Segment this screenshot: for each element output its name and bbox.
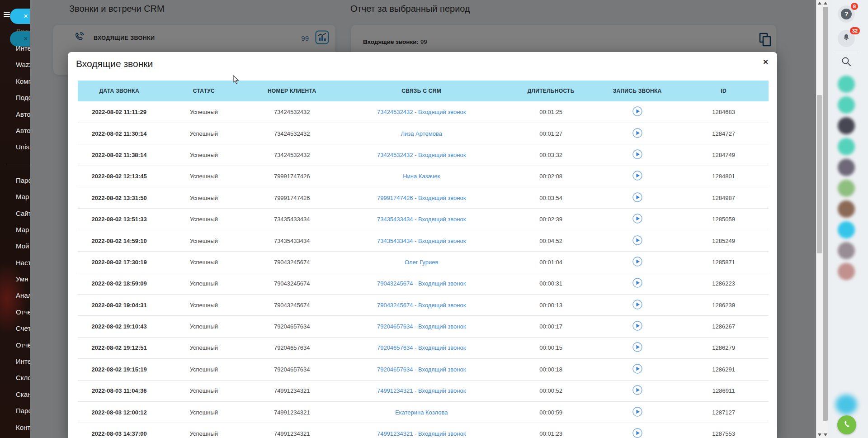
sidebar-menu-item[interactable]: Мар (16, 222, 30, 238)
call-button[interactable] (837, 415, 856, 434)
play-record-button[interactable] (632, 214, 642, 224)
table-row: 2022-08-02 13:51:33 Успешный 73435433434… (78, 209, 769, 230)
call-duration: 00:01:27 (506, 123, 596, 144)
sidebar-menu-item[interactable]: Комп (16, 73, 30, 90)
play-record-button[interactable] (632, 278, 642, 288)
search-icon[interactable] (841, 56, 852, 67)
play-record-button[interactable] (632, 407, 642, 417)
table-header-row: ДАТА ЗВОНКАСТАТУСНОМЕР КЛИЕНТАСВЯЗЬ С CR… (78, 81, 769, 101)
sidebar-menu-item[interactable]: Скле (16, 370, 30, 386)
play-record-button[interactable] (632, 385, 642, 395)
scroll-up-arrow[interactable] (818, 2, 821, 5)
call-id: 1284801 (679, 166, 769, 187)
sidebar-menu-item[interactable]: Инте (16, 40, 30, 57)
sidebar-menu-item[interactable]: Паро (16, 172, 30, 189)
play-record-button[interactable] (632, 257, 642, 267)
sidebar-menu-item[interactable]: Паро (16, 403, 30, 419)
sidebar-menu-item[interactable]: Отче (16, 304, 30, 320)
sidebar-menu-item[interactable]: Наст (16, 255, 30, 271)
sidebar-menu-item[interactable]: Скан (16, 386, 30, 403)
crm-link[interactable]: 79204657634 - Входящий звонок (377, 323, 466, 330)
call-duration: 00:02:39 (506, 209, 596, 230)
crm-link[interactable]: Екатерина Козлова (395, 409, 448, 416)
sidebar-menu-item[interactable]: Конт (16, 419, 30, 436)
sidebar-menu-item[interactable]: Сайт (16, 205, 30, 222)
crm-link[interactable]: 79204657634 - Входящий звонок (377, 344, 466, 351)
play-record-button[interactable] (632, 428, 642, 438)
avatar[interactable] (838, 263, 855, 280)
crm-link[interactable]: Нина Казачек (403, 173, 440, 180)
call-status: Успешный (160, 230, 247, 251)
call-id: 1285249 (679, 230, 769, 251)
sidebar-menu-item[interactable]: Авто (16, 123, 30, 139)
avatar[interactable] (838, 221, 855, 238)
sidebar-menu-item[interactable]: Мой (16, 238, 30, 254)
call-date: 2022-08-02 19:12:51 (78, 337, 160, 358)
play-record-button[interactable] (632, 192, 642, 202)
play-record-button[interactable] (632, 321, 642, 331)
sidebar-menu-item[interactable]: Unis (16, 139, 30, 155)
play-record-button[interactable] (632, 149, 642, 159)
play-record-button[interactable] (632, 342, 642, 352)
sidebar-menu-item[interactable]: Анал (16, 287, 30, 304)
avatar[interactable] (838, 96, 855, 114)
column-header: НОМЕР КЛИЕНТА (247, 81, 337, 101)
table-row: 2022-08-02 11:11:29 Успешный 73424532432… (78, 101, 769, 123)
play-record-button[interactable] (632, 171, 642, 181)
play-record-button[interactable] (632, 235, 642, 245)
call-date: 2022-08-02 19:15:19 (78, 359, 160, 380)
play-record-button[interactable] (632, 364, 642, 374)
avatar[interactable] (838, 138, 855, 155)
crm-link[interactable]: 74991234321 - Входящий звонок (377, 387, 466, 394)
avatar[interactable] (838, 242, 855, 259)
play-record-button[interactable] (632, 106, 642, 116)
right-panel: ? 8 32 (829, 0, 868, 438)
sidebar-menu-item[interactable]: Инте (16, 353, 30, 370)
sidebar-menu-item[interactable]: Wazz (16, 57, 30, 73)
call-duration: 00:04:52 (506, 230, 596, 251)
scrollbar-thumb[interactable] (823, 7, 828, 421)
window-scrollbar[interactable] (822, 0, 829, 438)
avatar[interactable] (838, 200, 855, 218)
play-record-button[interactable] (632, 300, 642, 309)
scroll-down-arrow[interactable] (824, 433, 827, 436)
call-id: 1286223 (679, 273, 769, 294)
scroll-down-arrow[interactable] (818, 433, 821, 436)
sidebar-menu-item[interactable]: Подс (16, 90, 30, 106)
crm-link[interactable]: Лиза Артемова (401, 130, 442, 137)
avatar[interactable] (838, 76, 855, 93)
crm-link[interactable]: 73435433434 - Входящий звонок (377, 216, 466, 223)
crm-link[interactable]: 79204657634 - Входящий звонок (377, 366, 466, 373)
call-duration: 00:00:18 (506, 359, 596, 380)
sidebar-menu-item[interactable]: Умн (16, 271, 30, 287)
main-scrollbar[interactable] (816, 0, 822, 438)
crm-link[interactable]: 73424532432 - Входящий звонок (377, 109, 466, 115)
close-icon[interactable]: × (763, 57, 768, 66)
call-date: 2022-08-02 18:59:09 (78, 273, 160, 294)
client-number: 73435433434 (247, 230, 337, 251)
avatar[interactable] (838, 180, 855, 197)
sidebar-menu-item[interactable]: Авто (16, 106, 30, 123)
avatar[interactable] (838, 159, 855, 176)
sidebar-menu-item[interactable]: Отчё (16, 337, 30, 353)
crm-link[interactable]: Олег Гуриев (405, 259, 438, 266)
sidebar-menu-item[interactable]: Мар (16, 189, 30, 205)
crm-link[interactable]: 79043245674 - Входящий звонок (377, 280, 466, 287)
table-row: 2022-08-02 17:30:19 Успешный 79043245674… (78, 252, 769, 273)
call-duration: 00:00:31 (506, 273, 596, 294)
play-record-button[interactable] (632, 128, 642, 138)
sidebar-menu-item[interactable]: Счет (16, 320, 30, 337)
scrollbar-thumb[interactable] (817, 95, 822, 253)
avatar[interactable] (838, 117, 855, 134)
sidebar-close-button[interactable]: × (10, 9, 30, 24)
call-date: 2022-08-03 11:04:36 (78, 380, 160, 401)
table-row: 2022-08-02 11:30:14 Успешный 73424532432… (78, 123, 769, 144)
crm-link[interactable]: 73435433434 - Входящий звонок (377, 238, 466, 244)
crm-link[interactable]: 73424532432 - Входящий звонок (377, 152, 466, 158)
crm-link[interactable]: 74991234321 - Входящий звонок (377, 430, 466, 437)
crm-link[interactable]: 79991747426 - Входящий звонок (377, 195, 466, 201)
crm-link[interactable]: 79043245674 - Входящий звонок (377, 302, 466, 309)
scroll-up-arrow[interactable] (824, 2, 827, 5)
hamburger-menu-icon[interactable] (4, 12, 10, 17)
call-date: 2022-08-02 11:11:29 (78, 101, 160, 123)
